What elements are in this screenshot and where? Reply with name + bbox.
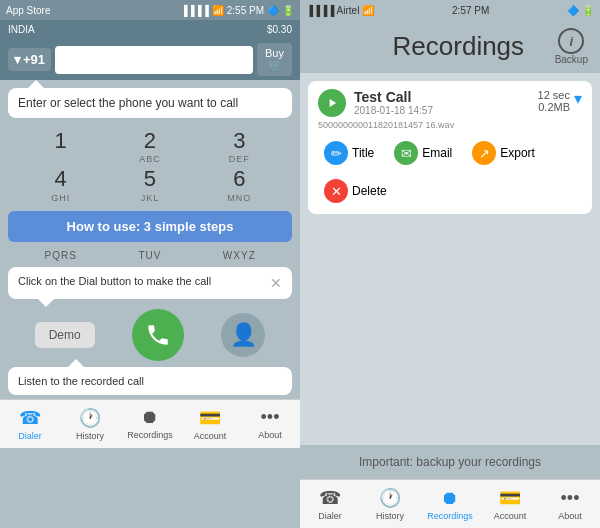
carrier-right: Airtel — [337, 5, 360, 16]
demo-button[interactable]: Demo — [35, 322, 95, 348]
tab-about-left[interactable]: ••• About — [240, 400, 300, 448]
key-9-label: WXYZ — [209, 250, 269, 261]
key-7-label: PQRS — [31, 250, 91, 261]
right-panel: ▐▐▐▐ Airtel 📶 2:57 PM 🔷 🔋 Recordings i B… — [300, 0, 600, 528]
dialpad-bottom: PQRS TUV WXYZ — [0, 248, 300, 263]
dialer-tab-label: Dialer — [18, 431, 42, 441]
tab-recordings-right[interactable]: ⏺ Recordings — [420, 480, 480, 528]
account-label-right: Account — [494, 511, 527, 521]
tab-dialer-right[interactable]: ☎ Dialer — [300, 480, 360, 528]
recordings-tab-label-left: Recordings — [127, 430, 173, 440]
rec-size: 0.2MB — [538, 101, 570, 113]
tab-history-left[interactable]: 🕐 History — [60, 400, 120, 448]
rec-actions: ✏ Title ✉ Email ↗ Export ✕ Delete — [318, 138, 582, 206]
history-tab-label: History — [76, 431, 104, 441]
tab-account-right[interactable]: 💳 Account — [480, 480, 540, 528]
info-icon: i — [558, 28, 584, 54]
person-icon: 👤 — [230, 322, 257, 348]
bluetooth-icon-right: 🔷 — [567, 5, 579, 16]
rec-duration: 12 sec — [538, 89, 570, 101]
signal-right: ▐▐▐▐ Airtel 📶 — [306, 5, 374, 16]
india-label: INDIA — [8, 24, 35, 35]
battery-icon-left: 🔋 — [282, 5, 294, 16]
title-icon: ✏ — [324, 141, 348, 165]
cart-icon: 🛒 — [268, 59, 282, 72]
phone-icon — [145, 322, 171, 348]
tab-dialer-left[interactable]: ☎ Dialer — [0, 400, 60, 448]
buy-label: Buy — [265, 47, 284, 59]
tab-recordings-left[interactable]: ⏺ Recordings — [120, 400, 180, 448]
export-button[interactable]: ↗ Export — [466, 138, 541, 168]
account-icon-right: 💳 — [499, 487, 521, 509]
india-bar: INDIA $0.30 — [0, 20, 300, 39]
how-to-banner: How to use: 3 simple steps — [8, 211, 292, 242]
key-6[interactable]: 6MNO — [209, 166, 269, 202]
tab-bar-right: ☎ Dialer 🕐 History ⏺ Recordings 💳 Accoun… — [300, 479, 600, 528]
rec-meta: 12 sec 0.2MB — [538, 89, 570, 113]
play-icon — [325, 96, 339, 110]
tab-bar-left: ☎ Dialer 🕐 History ⏺ Recordings 💳 Accoun… — [0, 399, 300, 448]
signal-bars-right: ▐▐▐▐ — [306, 5, 334, 16]
close-icon[interactable]: ✕ — [270, 275, 282, 291]
status-icons-left: ▐▐▐▐ 📶 2:55 PM 🔷 🔋 — [180, 5, 294, 16]
dialer-icon-right: ☎ — [319, 487, 341, 509]
bubble-dial-text: Click on the Dial button to make the cal… — [18, 275, 211, 287]
rec-name: Test Call — [354, 89, 538, 105]
key-1[interactable]: 1 — [31, 128, 91, 164]
dialpad-row-1: 1 2ABC 3DEF — [16, 128, 284, 164]
recordings-label-right: Recordings — [427, 511, 473, 521]
delete-label: Delete — [352, 184, 387, 198]
recordings-title: Recordings — [362, 31, 555, 62]
avatar: 👤 — [221, 313, 265, 357]
export-label: Export — [500, 146, 535, 160]
title-label: Title — [352, 146, 374, 160]
country-selector[interactable]: ▾ +91 — [8, 48, 51, 71]
call-button[interactable] — [132, 309, 184, 361]
tab-about-right[interactable]: ••• About — [540, 480, 600, 528]
key-3[interactable]: 3DEF — [209, 128, 269, 164]
recordings-header: Recordings i Backup — [300, 20, 600, 73]
rec-filename: 500000000011820181457 16.wav — [318, 120, 582, 130]
wifi-icon-right: 📶 — [362, 5, 374, 16]
buy-button[interactable]: Buy 🛒 — [257, 43, 292, 76]
backup-button[interactable]: i Backup — [555, 28, 588, 65]
bluetooth-icon-left: 🔷 — [267, 5, 279, 16]
signal-icon: ▐▐▐▐ — [180, 5, 208, 16]
email-button[interactable]: ✉ Email — [388, 138, 458, 168]
title-button[interactable]: ✏ Title — [318, 138, 380, 168]
tab-account-left[interactable]: 💳 Account — [180, 400, 240, 448]
delete-button[interactable]: ✕ Delete — [318, 176, 393, 206]
key-5[interactable]: 5JKL — [120, 166, 180, 202]
recordings-tab-icon-left: ⏺ — [141, 407, 159, 428]
history-label-right: History — [376, 511, 404, 521]
dialpad-row-2: 4GHI 5JKL 6MNO — [16, 166, 284, 202]
key-8-label: TUV — [120, 250, 180, 261]
chevron-right-icon[interactable]: ▾ — [574, 89, 582, 108]
about-tab-label-left: About — [258, 430, 282, 440]
dialpad: 1 2ABC 3DEF 4GHI 5JKL 6MNO — [0, 126, 300, 205]
key-4[interactable]: 4GHI — [31, 166, 91, 202]
phone-input-field[interactable] — [55, 46, 253, 74]
bubble-enter-phone: Enter or select the phone you want to ca… — [8, 88, 292, 118]
email-icon: ✉ — [394, 141, 418, 165]
about-icon-right: ••• — [561, 488, 580, 509]
tab-history-right[interactable]: 🕐 History — [360, 480, 420, 528]
bubble-dial: Click on the Dial button to make the cal… — [8, 267, 292, 299]
rec-footer: Important: backup your recordings — [300, 445, 600, 479]
country-code: +91 — [23, 52, 45, 67]
email-label: Email — [422, 146, 452, 160]
account-tab-icon-left: 💳 — [199, 407, 221, 429]
dialpad-row-3-letters: PQRS TUV WXYZ — [16, 250, 284, 261]
phone-input-row: ▾ +91 Buy 🛒 — [0, 39, 300, 80]
history-icon-right: 🕐 — [379, 487, 401, 509]
key-2[interactable]: 2ABC — [120, 128, 180, 164]
battery-area-right: 🔷 🔋 — [567, 5, 594, 16]
bubble-listen: Listen to the recorded call — [8, 367, 292, 395]
battery-icon-right: 🔋 — [582, 5, 594, 16]
play-button[interactable] — [318, 89, 346, 117]
account-tab-label-left: Account — [194, 431, 227, 441]
export-icon: ↗ — [472, 141, 496, 165]
status-bar-right: ▐▐▐▐ Airtel 📶 2:57 PM 🔷 🔋 — [300, 0, 600, 20]
rec-top-row: Test Call 2018-01-18 14:57 12 sec 0.2MB … — [318, 89, 582, 117]
about-tab-icon-left: ••• — [261, 407, 280, 428]
